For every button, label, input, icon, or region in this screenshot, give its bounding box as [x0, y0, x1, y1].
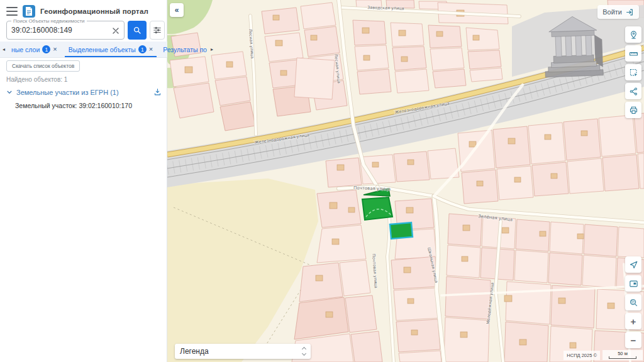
search-icon [133, 26, 142, 35]
filter-sliders-icon [153, 26, 162, 35]
share-icon [629, 87, 638, 96]
map-toolbar-top [625, 26, 641, 118]
download-list-button[interactable]: Скачать список объектов [6, 60, 80, 72]
menu-icon[interactable] [6, 7, 18, 16]
tab-layers-close-icon[interactable]: × [53, 46, 57, 53]
tab-selected-close-icon[interactable]: × [149, 46, 153, 53]
clear-icon[interactable] [111, 26, 121, 36]
tab-selected-label: Выделенные объекты [69, 46, 136, 53]
result-group-row[interactable]: Земельные участки из ЕГРН (1) [6, 88, 162, 96]
street-label-zavodskaya: Заводская улица [367, 5, 404, 11]
chevron-down-icon[interactable] [6, 89, 13, 96]
map-area[interactable]: Заводская улица Лесная улица Лесная улиц… [167, 0, 644, 362]
login-button[interactable]: Войти [597, 5, 639, 19]
select-area-icon [629, 68, 638, 77]
share-button[interactable] [625, 83, 641, 99]
overview-map-button[interactable] [625, 275, 641, 292]
location-button[interactable] [625, 26, 641, 43]
tab-layers[interactable]: ные слои 1 × [8, 41, 61, 57]
measure-button[interactable] [625, 45, 641, 62]
download-icon[interactable] [153, 88, 162, 96]
found-count: Найдено объектов: 1 [6, 76, 67, 83]
map-attribution: НСПД 2025 © [564, 351, 600, 360]
legend-label: Легенда [180, 347, 299, 356]
overview-map-icon [629, 279, 638, 288]
scale-label: 50 м [618, 351, 628, 356]
result-item[interactable]: Земельный участок: 39:02:160010:170 [15, 102, 132, 109]
legend-toggle[interactable]: Легенда [175, 344, 311, 359]
expand-collapse-icon [303, 348, 306, 355]
tab-results[interactable]: Результаты по [159, 41, 208, 57]
zoom-out-button[interactable]: − [625, 332, 641, 348]
login-icon [626, 8, 634, 16]
map-toolbar-bottom: + − [625, 256, 641, 348]
printer-icon [629, 106, 638, 115]
result-group-label: Земельные участки из ЕГРН (1) [16, 89, 150, 96]
tab-layers-badge: 1 [42, 45, 50, 53]
select-area-button[interactable] [625, 64, 641, 80]
search-area-icon [629, 298, 638, 307]
app-title: Геоинформационный портал [40, 8, 148, 15]
search-row: Поиск Объекты недвижимости [6, 21, 165, 40]
app-logo [23, 5, 35, 18]
search-button[interactable] [128, 21, 147, 40]
geoportal-app: Заводская улица Лесная улица Лесная улиц… [0, 0, 644, 362]
search-area-button[interactable] [625, 294, 641, 310]
sidebar-collapse-button[interactable]: « [170, 3, 184, 17]
search-input[interactable] [11, 22, 106, 38]
navigation-arrow-icon [629, 260, 638, 270]
tab-layers-label: ные слои [11, 46, 40, 53]
scale-bar [609, 356, 636, 359]
sidebar-panel: Геоинформационный портал Поиск Объекты н… [0, 0, 167, 362]
tab-bar: ◂ ные слои 1 × Выделенные объекты 1 × Ре… [0, 41, 167, 58]
search-box: Поиск Объекты недвижимости [6, 21, 125, 40]
tab-selected-objects[interactable]: Выделенные объекты 1 × [65, 41, 157, 57]
login-label: Войти [602, 8, 622, 16]
navigate-button[interactable] [625, 256, 641, 273]
location-icon [629, 30, 638, 40]
scale-control: 50 м [602, 350, 643, 360]
sidebar-header: Геоинформационный портал [6, 4, 148, 19]
zoom-in-button[interactable]: + [625, 313, 641, 329]
highlighted-parcel-selected[interactable] [390, 222, 413, 239]
tabs-scroll-left-icon[interactable]: ◂ [0, 47, 8, 52]
filter-button[interactable] [150, 21, 165, 40]
tab-selected-badge: 1 [138, 45, 147, 53]
map-canvas[interactable]: Заводская улица Лесная улица Лесная улиц… [167, 0, 644, 362]
print-button[interactable] [625, 102, 641, 118]
ruler-icon [629, 49, 638, 58]
tab-results-label: Результаты по [163, 46, 207, 53]
tabs-scroll-right-icon[interactable]: ▸ [208, 47, 216, 52]
